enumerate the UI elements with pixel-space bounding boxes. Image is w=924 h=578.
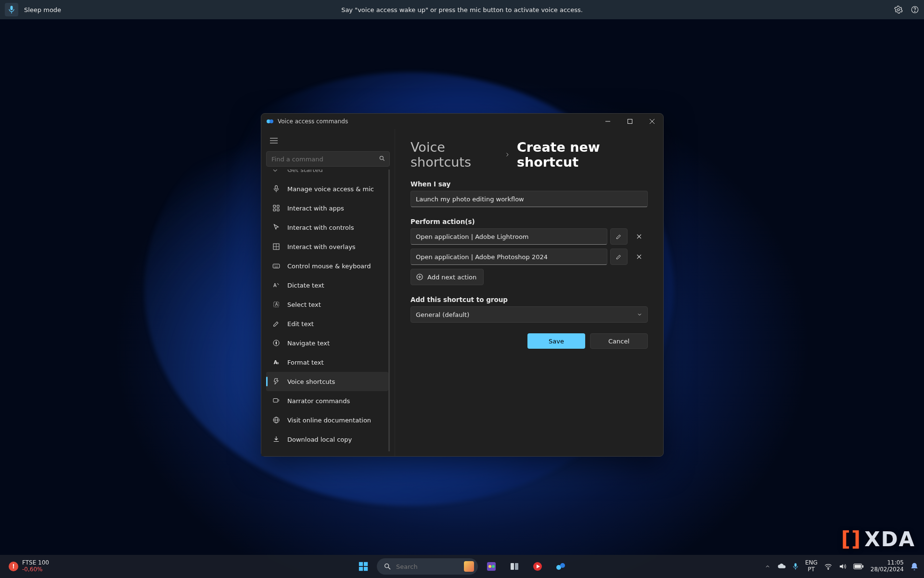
taskbar-search[interactable] (377, 558, 478, 575)
svg-rect-19 (277, 209, 280, 211)
hamburger-button[interactable] (266, 133, 282, 148)
sidebar-item-interact-with-apps[interactable]: Interact with apps (266, 198, 388, 218)
svg-rect-47 (364, 562, 368, 566)
window-title: Voice access commands (278, 118, 348, 125)
svg-rect-15 (275, 185, 278, 189)
dictate-icon: A (272, 281, 281, 289)
svg-point-50 (385, 564, 389, 568)
sidebar-item-label: Select text (287, 301, 321, 308)
svg-point-60 (560, 563, 565, 568)
sidebar-item-label: Download local copy (287, 436, 352, 443)
edit-action-button[interactable] (610, 249, 628, 265)
sidebar-item-voice-shortcuts[interactable]: Voice shortcuts (266, 372, 388, 391)
taskbar-app-3[interactable] (528, 557, 547, 576)
sidebar-item-interact-with-controls[interactable]: Interact with controls (266, 218, 388, 237)
sidebar-item-narrator-commands[interactable]: Narrator commands (266, 391, 388, 410)
close-button[interactable] (641, 114, 663, 129)
titlebar[interactable]: Voice access commands (261, 114, 663, 129)
sidebar-item-get-started[interactable]: Get started (266, 170, 388, 179)
when-i-say-label: When I say (411, 180, 648, 188)
sidebar-item-label: Interact with controls (287, 224, 354, 231)
command-search[interactable] (266, 151, 390, 167)
svg-marker-32 (276, 341, 277, 345)
plus-circle-icon (416, 273, 424, 281)
svg-point-5 (270, 119, 273, 123)
svg-text:A: A (273, 283, 277, 288)
svg-rect-17 (277, 205, 280, 208)
breadcrumb-leaf: Create new shortcut (517, 140, 648, 170)
svg-rect-46 (359, 562, 363, 566)
remove-action-button[interactable] (630, 249, 648, 265)
breadcrumb: Voice shortcuts Create new shortcut (411, 140, 648, 170)
sidebar: Get startedManage voice access & micInte… (261, 129, 395, 456)
action-field[interactable]: Open application | Adobe Lightroom (411, 228, 607, 245)
group-label: Add this shortcut to group (411, 296, 648, 303)
svg-rect-7 (628, 119, 632, 124)
select-icon: A (272, 300, 281, 309)
svg-point-26 (276, 265, 276, 266)
svg-point-53 (488, 565, 491, 568)
breadcrumb-root[interactable]: Voice shortcuts (411, 140, 498, 170)
cancel-button[interactable]: Cancel (590, 333, 648, 349)
sidebar-item-label: Edit text (287, 320, 314, 328)
when-i-say-input[interactable]: Launch my photo editing workflow (411, 191, 648, 207)
sidebar-item-label: Get started (287, 170, 323, 173)
apps-icon (272, 204, 281, 212)
taskbar-app-2[interactable] (505, 557, 524, 576)
sidebar-list[interactable]: Get startedManage voice access & micInte… (266, 170, 390, 451)
taskbar-app-1[interactable] (482, 557, 501, 576)
sidebar-item-label: Interact with apps (287, 205, 344, 212)
taskbar-voice-access[interactable] (551, 557, 570, 576)
add-next-action-button[interactable]: Add next action (411, 269, 484, 285)
sidebar-item-edit-text[interactable]: Edit text (266, 314, 388, 333)
minimize-button[interactable] (597, 114, 619, 129)
action-field[interactable]: Open application | Adobe Photoshop 2024 (411, 249, 607, 265)
sidebar-item-label: Narrator commands (287, 397, 350, 405)
sidebar-item-manage-voice-access-mic[interactable]: Manage voice access & mic (266, 179, 388, 198)
perform-actions-label: Perform action(s) (411, 218, 648, 225)
voice-access-commands-window: Voice access commands Get startedManage … (261, 113, 664, 457)
edit-action-button[interactable] (610, 228, 628, 245)
chevron-right-icon (504, 152, 510, 158)
sidebar-item-label: Interact with overlays (287, 243, 356, 250)
svg-rect-55 (511, 563, 514, 570)
sidebar-item-dictate-text[interactable]: ADictate text (266, 276, 388, 295)
taskbar: FTSE 100 -0,60% ENG PT 11:05 (0, 555, 924, 578)
sidebar-item-control-mouse-keyboard[interactable]: Control mouse & keyboard (266, 256, 388, 276)
sidebar-item-download-local-copy[interactable]: Download local copy (266, 430, 388, 449)
sidebar-item-select-text[interactable]: ASelect text (266, 295, 388, 314)
svg-text:A: A (275, 302, 278, 307)
command-search-input[interactable] (271, 156, 375, 163)
sidebar-item-navigate-text[interactable]: Navigate text (266, 333, 388, 353)
navigate-icon (272, 339, 281, 347)
svg-rect-18 (273, 209, 276, 211)
start-button[interactable] (354, 557, 373, 576)
remove-action-button[interactable] (630, 228, 648, 245)
chevron-down-icon (637, 312, 642, 317)
globe-icon (272, 416, 281, 424)
check-icon (272, 170, 281, 174)
sidebar-item-visit-online-documentation[interactable]: Visit online documentation (266, 410, 388, 430)
svg-point-27 (277, 265, 278, 266)
svg-point-25 (274, 265, 275, 266)
save-button[interactable]: Save (527, 333, 585, 349)
sidebar-item-label: Navigate text (287, 340, 330, 347)
sidebar-scrollbar[interactable] (388, 176, 390, 335)
maximize-button[interactable] (619, 114, 641, 129)
sidebar-item-format-text[interactable]: AaFormat text (266, 353, 388, 372)
search-highlight-icon (464, 561, 474, 572)
edit-icon (272, 319, 281, 328)
grid-icon (272, 242, 281, 251)
group-dropdown[interactable]: General (default) (411, 306, 648, 323)
action-row: Open application | Adobe Lightroom (411, 228, 648, 245)
shortcut-icon (272, 377, 281, 386)
sidebar-item-interact-with-overlays[interactable]: Interact with overlays (266, 237, 388, 256)
svg-line-51 (388, 567, 390, 569)
sidebar-item-label: Control mouse & keyboard (287, 263, 371, 270)
sidebar-item-label: Visit online documentation (287, 417, 371, 424)
svg-text:a: a (277, 361, 279, 365)
sidebar-item-label: Voice shortcuts (287, 378, 335, 385)
cursor-icon (272, 223, 281, 232)
taskbar-search-input[interactable] (396, 563, 459, 570)
svg-rect-35 (273, 399, 278, 403)
